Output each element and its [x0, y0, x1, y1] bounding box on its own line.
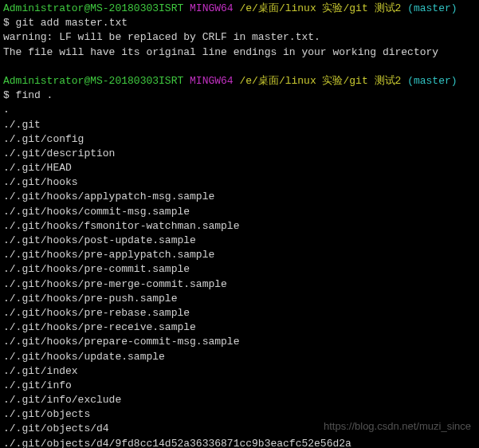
prompt-user: Administrator@MS-20180303ISRT: [3, 2, 183, 14]
output-line: ./.git/hooks/pre-commit.sample: [3, 262, 476, 277]
command-text: find .: [16, 89, 53, 101]
output-line: ./.git/info: [3, 379, 476, 393]
output-line: ./.git/hooks/update.sample: [3, 350, 476, 364]
prompt-user: Administrator@MS-20180303ISRT: [3, 75, 183, 87]
output-line: ./.git/hooks/prepare-commit-msg.sample: [3, 335, 476, 349]
prompt-branch: (master): [407, 2, 457, 14]
output-line: ./.git/hooks/pre-push.sample: [3, 292, 476, 306]
output-line: ./.git/hooks/commit-msg.sample: [3, 205, 476, 219]
prompt-shell: MINGW64: [190, 2, 234, 14]
output-line: ./.git/hooks/pre-applypatch.sample: [3, 248, 476, 262]
output-line: ./.git/hooks/pre-merge-commit.sample: [3, 277, 476, 292]
prompt-shell: MINGW64: [190, 75, 234, 87]
prompt-path: /e/桌面/linux 实验/git 测试2: [239, 2, 401, 14]
terminal-output[interactable]: Administrator@MS-20180303ISRT MINGW64 /e…: [3, 2, 476, 448]
output-line: ./.git/objects: [3, 407, 476, 422]
output-line: ./.git/config: [3, 132, 476, 147]
output-line: ./.git/description: [3, 147, 476, 161]
output-line: ./.git/index: [3, 364, 476, 379]
output-line: ./.git/hooks/pre-receive.sample: [3, 320, 476, 335]
prompt-branch: (master): [407, 75, 457, 87]
output-line: warning: LF will be replaced by CRLF in …: [3, 30, 476, 45]
output-line: ./.git/objects/d4/9fd8cc14d52a36336871cc…: [3, 437, 476, 448]
command-line: $ find .: [3, 88, 476, 103]
output-line: ./.git/hooks/fsmonitor-watchman.sample: [3, 219, 476, 234]
blank-line: [3, 60, 476, 74]
output-line: .: [3, 103, 476, 117]
prompt-line: Administrator@MS-20180303ISRT MINGW64 /e…: [3, 2, 476, 16]
command-text: git add master.txt: [16, 17, 128, 29]
prompt-symbol: $: [3, 89, 16, 101]
output-line: ./.git/hooks/post-update.sample: [3, 234, 476, 248]
output-line: ./.git: [3, 118, 476, 132]
output-line: The file will have its original line end…: [3, 45, 476, 60]
output-line: ./.git/objects/d4: [3, 422, 476, 436]
output-line: ./.git/hooks/pre-rebase.sample: [3, 306, 476, 320]
prompt-path: /e/桌面/linux 实验/git 测试2: [239, 75, 401, 87]
prompt-symbol: $: [3, 17, 16, 29]
output-line: ./.git/hooks/applypatch-msg.sample: [3, 190, 476, 204]
output-line: ./.git/info/exclude: [3, 393, 476, 407]
output-line: ./.git/HEAD: [3, 161, 476, 175]
output-line: ./.git/hooks: [3, 175, 476, 190]
command-line: $ git add master.txt: [3, 16, 476, 30]
prompt-line: Administrator@MS-20180303ISRT MINGW64 /e…: [3, 74, 476, 88]
